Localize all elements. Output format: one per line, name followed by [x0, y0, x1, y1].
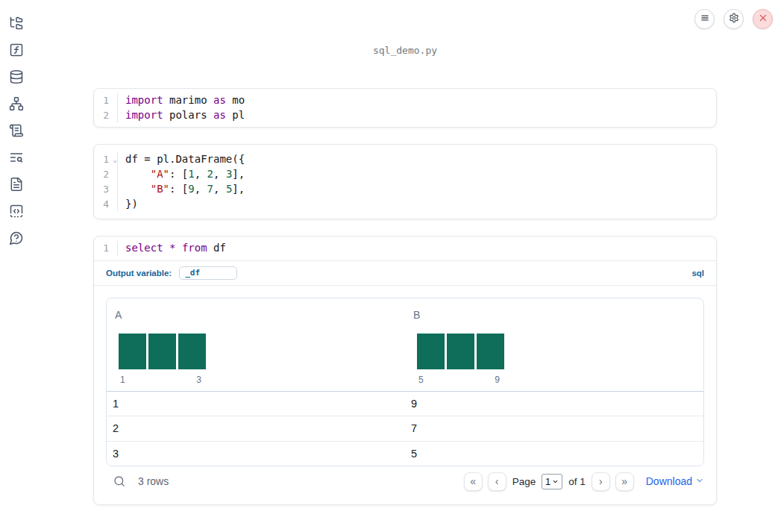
notebook-filename[interactable]: sql_demo.py	[93, 43, 717, 58]
column-header[interactable]: B59	[405, 298, 703, 391]
line-number: 2	[94, 167, 118, 182]
table-cell: 5	[405, 448, 703, 460]
prev-page-button[interactable]: ‹	[488, 472, 506, 491]
code-line[interactable]: 1select * from df	[94, 241, 716, 256]
line-number: 1	[94, 241, 118, 256]
chevrons-right-icon: »	[621, 476, 627, 486]
settings-button[interactable]	[724, 9, 744, 29]
column-name: A	[115, 309, 405, 321]
table-cell: 7	[405, 422, 703, 434]
code-text: "B": [9, 7, 5],	[118, 182, 245, 197]
table-row[interactable]: 27	[107, 416, 703, 440]
table-row[interactable]: 35	[107, 441, 703, 466]
code-square-dashed-icon	[9, 204, 24, 222]
code-line[interactable]: 1⌄df = pl.DataFrame({	[94, 152, 716, 167]
pagination: « ‹ Page 1 of 1 › » Download	[464, 472, 704, 491]
sidebar-item-documentation[interactable]	[7, 177, 25, 195]
code-line[interactable]: 3 "B": [9, 7, 5],	[94, 182, 716, 197]
code-cell[interactable]: 1⌄df = pl.DataFrame({2 "A": [1, 2, 3],3 …	[93, 144, 717, 219]
language-badge[interactable]: sql	[691, 269, 704, 278]
output-variable-input[interactable]	[179, 266, 237, 280]
histogram-min-label: 1	[120, 375, 125, 385]
code-line[interactable]: 2import polars as pl	[94, 108, 716, 123]
helper-panel-rail	[0, 0, 33, 532]
code-text: import polars as pl	[118, 108, 245, 123]
download-button[interactable]: Download	[646, 475, 704, 487]
first-page-button[interactable]: «	[464, 472, 483, 491]
chevrons-left-icon: «	[470, 476, 476, 486]
histogram-min-label: 5	[418, 375, 424, 385]
chevron-left-icon: ‹	[495, 476, 499, 486]
search-icon[interactable]	[113, 475, 125, 487]
code-line[interactable]: 4})	[94, 197, 716, 212]
code-text: "A": [1, 2, 3],	[118, 167, 245, 182]
code-text: import marimo as mo	[118, 93, 245, 108]
shutdown-button[interactable]	[753, 9, 773, 29]
histogram-bar[interactable]	[119, 334, 146, 369]
chevron-down-icon	[695, 475, 704, 487]
histogram-max-label: 9	[495, 375, 500, 385]
code-cell[interactable]: 1import marimo as mo2import polars as pl	[93, 88, 717, 128]
code-line[interactable]: 1import marimo as mo	[94, 93, 716, 108]
sql-editor[interactable]: 1select * from df	[94, 237, 716, 260]
row-count: 3 rows	[138, 475, 169, 487]
close-x-icon	[758, 13, 768, 26]
table-cell: 9	[405, 398, 703, 410]
gear-icon	[729, 13, 739, 26]
next-page-button[interactable]: ›	[592, 472, 610, 491]
sql-cell: 1select * from df Output variable: sql A…	[93, 236, 717, 505]
histogram-bar[interactable]	[148, 334, 176, 369]
sidebar-item-snippets[interactable]	[7, 204, 25, 222]
histogram-bar[interactable]	[447, 334, 474, 369]
network-icon	[9, 96, 24, 114]
page-label: Page	[512, 476, 536, 487]
table-row[interactable]: 19	[107, 392, 703, 416]
histogram-max-label: 3	[196, 375, 201, 385]
fold-chevron-icon[interactable]: ⌄	[113, 153, 117, 168]
code-line[interactable]: 2 "A": [1, 2, 3],	[94, 167, 716, 182]
code-text: df = pl.DataFrame({	[118, 152, 245, 167]
page-total-label: of 1	[568, 476, 586, 487]
table-footer: 3 rows « ‹ Page 1 of 1 › » Download	[106, 470, 704, 493]
column-name: B	[413, 309, 703, 321]
column-header[interactable]: A13	[107, 298, 405, 391]
line-number: 1	[94, 93, 118, 108]
histogram-bar[interactable]	[178, 334, 206, 369]
folder-tree-icon	[9, 16, 24, 34]
sidebar-item-file-explorer[interactable]	[7, 16, 25, 34]
text-search-icon	[9, 150, 24, 168]
file-text-icon	[9, 177, 24, 195]
column-histogram	[417, 334, 504, 369]
page-select[interactable]: 1	[542, 474, 562, 489]
line-number: 4	[94, 197, 118, 212]
line-number: 3	[94, 182, 118, 197]
output-variable-label: Output variable:	[106, 269, 172, 278]
sidebar-item-logs[interactable]	[7, 150, 25, 168]
notebook: sql_demo.py 1import marimo as mo2import …	[93, 0, 717, 505]
dataframe-table: A13B59 192735	[106, 298, 704, 466]
sidebar-item-variables[interactable]	[7, 43, 25, 60]
database-icon	[9, 69, 24, 87]
table-cell: 2	[107, 422, 405, 434]
histogram-range-labels: 59	[417, 375, 504, 385]
sidebar-item-help[interactable]	[7, 231, 25, 248]
sidebar-item-outline[interactable]	[7, 123, 25, 141]
histogram-bar[interactable]	[417, 334, 445, 369]
table-cell: 3	[107, 448, 405, 460]
code-text: })	[118, 197, 138, 212]
chevron-down-icon	[552, 476, 559, 487]
page-select-value: 1	[545, 476, 550, 487]
cell-output: A13B59 192735 3 rows « ‹ Page 1 of 1 › »	[94, 286, 716, 504]
code-text: select * from df	[118, 241, 226, 256]
sidebar-item-data-sources[interactable]	[7, 69, 25, 87]
column-histogram	[119, 334, 206, 369]
table-body: 192735	[107, 392, 703, 466]
last-page-button[interactable]: »	[615, 472, 634, 491]
message-question-icon	[9, 231, 24, 248]
chevron-right-icon: ›	[599, 476, 603, 486]
sidebar-item-dependencies[interactable]	[7, 96, 25, 114]
line-number: 2	[94, 108, 118, 123]
output-variable-row: Output variable: sql	[94, 261, 716, 285]
table-cell: 1	[107, 398, 405, 410]
histogram-bar[interactable]	[477, 334, 504, 369]
